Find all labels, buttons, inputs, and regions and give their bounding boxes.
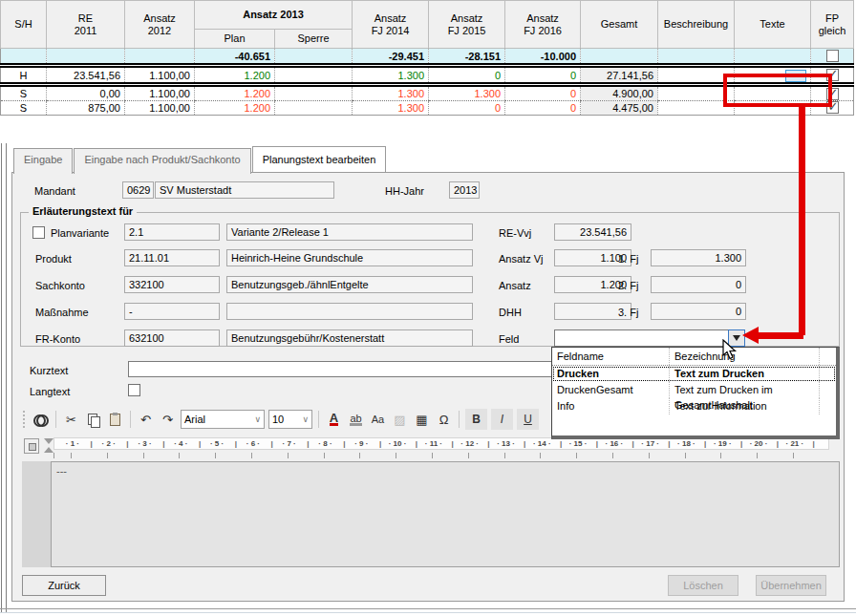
dropdown-header-bezeichnung: Bezeichnung <box>669 348 819 365</box>
produkt-desc-field[interactable]: Heinrich-Heine Grundschule <box>226 249 473 266</box>
redo-button[interactable]: ↷ <box>157 409 179 430</box>
massnahme-code-field[interactable]: - <box>124 303 220 320</box>
fr-konto-code-field[interactable]: 632100 <box>124 329 220 347</box>
first-line-indent-marker[interactable] <box>44 438 54 444</box>
col-header-fj2016[interactable]: AnsatzFJ 2016 <box>505 1 581 49</box>
col-header-gesamt[interactable]: Gesamt <box>581 1 658 49</box>
massnahme-desc-field[interactable] <box>226 303 473 320</box>
summary-fj2015: -28.151 <box>429 49 505 66</box>
editor-selection-margin[interactable] <box>22 461 51 567</box>
undo-button[interactable]: ↶ <box>135 409 157 430</box>
insert-table-button[interactable]: ▦ <box>411 409 433 430</box>
col-header-fp-gleich[interactable]: FPgleich <box>811 1 854 49</box>
paste-button[interactable] <box>104 409 126 430</box>
highlight-button[interactable]: ab <box>345 409 367 430</box>
tab-bar: Eingabe Eingabe nach Produkt/Sachkonto P… <box>13 148 387 174</box>
chevron-down-icon: ∨ <box>296 414 309 424</box>
dropdown-item-drucken[interactable]: Drucken Text zum Drucken <box>552 366 836 382</box>
col-header-beschreibung[interactable]: Beschreibung <box>658 1 735 49</box>
special-char-button[interactable]: Ω <box>433 409 455 430</box>
col-header-plan[interactable]: Plan <box>195 30 275 49</box>
fj2-field[interactable]: 0 <box>651 276 746 293</box>
sachkonto-code-field[interactable]: 332100 <box>124 276 220 293</box>
mandant-code-field[interactable]: 0629 <box>122 181 154 199</box>
ansatz-label: Ansatz <box>499 280 531 291</box>
copy-icon <box>88 414 99 426</box>
fj1-label: 1. Fj <box>618 253 638 265</box>
fj3-field[interactable]: 0 <box>651 303 746 320</box>
feld-combo-input[interactable] <box>554 329 729 347</box>
bold-button[interactable]: B <box>465 409 487 430</box>
hanging-indent-marker[interactable] <box>44 447 54 453</box>
copy-button[interactable] <box>82 409 104 430</box>
produkt-code-field[interactable]: 21.11.01 <box>124 249 220 266</box>
hhjahr-field[interactable]: 2013 <box>449 181 480 199</box>
tab-eingabe[interactable]: Eingabe <box>13 148 73 174</box>
delete-button[interactable]: Löschen <box>668 575 738 596</box>
dropdown-item-druckengesamt[interactable]: DruckenGesamt Text zum Drucken im Gesamt… <box>552 382 836 398</box>
mandant-name-field[interactable]: SV Musterstadt <box>155 181 334 199</box>
fr-konto-desc-field[interactable]: Benutzungsgebühr/Kostenerstatt <box>226 329 473 347</box>
annotation-arrowhead <box>742 327 759 344</box>
re-vvj-field[interactable]: 23.541,56 <box>554 223 631 241</box>
ruler-number: · 13 · <box>488 438 524 449</box>
font-family-select[interactable]: Arial∨ <box>181 410 265 429</box>
fp-gleich-checkbox[interactable] <box>826 50 839 62</box>
tab-stop-selector-button[interactable] <box>24 438 39 454</box>
massnahme-label: Maßnahme <box>35 307 89 318</box>
langtext-checkbox[interactable] <box>128 384 140 396</box>
col-header-sperre[interactable]: Sperre <box>275 30 353 49</box>
col-header-re2011[interactable]: RE2011 <box>47 1 125 49</box>
dropdown-header-row: Feldname Bezeichnung <box>552 348 836 366</box>
hhjahr-label: HH-Jahr <box>385 185 424 197</box>
annotation-arrow-horizontal-line <box>758 332 803 339</box>
insert-image-button[interactable]: ▨ <box>389 409 411 430</box>
planvariante-code-field[interactable]: 2.1 <box>124 223 220 241</box>
tab-planungstext-bearbeiten[interactable]: Planungstext bearbeiten <box>252 146 387 172</box>
italic-button[interactable]: I <box>491 409 513 430</box>
col-header-sh[interactable]: S/H <box>1 1 47 49</box>
langtext-label: Langtext <box>30 386 70 397</box>
font-size-select[interactable]: 10∨ <box>268 410 312 429</box>
langtext-editor[interactable]: --- <box>51 461 840 567</box>
ruler-number: · 1 · <box>54 438 91 449</box>
planvariante-label: Planvariante <box>51 227 109 239</box>
summary-fj2014: -29.451 <box>353 49 429 66</box>
col-header-texte[interactable]: Texte <box>735 1 811 49</box>
vertical-splitter[interactable] <box>1 143 7 613</box>
ruler-number: · 9 · <box>343 438 379 449</box>
toolbar-grip[interactable] <box>23 411 26 428</box>
col-header-ansatz2013[interactable]: Ansatz 2013 <box>195 1 353 30</box>
font-color-icon: A <box>330 414 338 426</box>
back-button[interactable]: Zurück <box>22 575 106 596</box>
toolbar-separator <box>318 411 319 428</box>
ruler-number: · 7 · <box>271 438 308 449</box>
cut-button[interactable]: ✂ <box>60 409 82 430</box>
feld-label: Feld <box>499 333 519 345</box>
tab-eingabe-nach-produkt-sachkonto[interactable]: Eingabe nach Produkt/Sachkonto <box>74 148 250 174</box>
mandant-label: Mandant <box>34 185 75 197</box>
font-color-button[interactable]: A <box>323 409 345 430</box>
dropdown-item-info[interactable]: Info Text zur Information <box>552 398 836 414</box>
find-button[interactable] <box>30 409 52 430</box>
ruler-number: · 10 · <box>379 438 416 449</box>
underline-button[interactable]: U <box>517 409 539 430</box>
window-bottom-border <box>0 608 856 609</box>
clear-format-button[interactable]: Aa <box>367 409 389 430</box>
annotation-arrow-vertical-line <box>799 105 805 335</box>
fr-konto-label: FR-Konto <box>35 333 80 345</box>
summary-fj2016: -10.000 <box>505 49 581 66</box>
fj1-field[interactable]: 1.300 <box>651 249 746 266</box>
apply-button[interactable]: Übernehmen <box>756 575 826 596</box>
planvariante-desc-field[interactable]: Variante 2/Release 1 <box>226 223 473 241</box>
col-header-fj2014[interactable]: AnsatzFJ 2014 <box>353 1 429 49</box>
ruler-number: · 16 · <box>596 438 632 449</box>
col-header-fj2015[interactable]: AnsatzFJ 2015 <box>429 1 505 49</box>
sachkonto-desc-field[interactable]: Benutzungsgeb./ähnlEntgelte <box>226 276 473 293</box>
image-icon: ▨ <box>394 413 405 427</box>
omega-icon: Ω <box>439 413 449 427</box>
toolbar-separator <box>55 411 56 428</box>
col-header-ansatz2012[interactable]: Ansatz2012 <box>125 1 195 49</box>
erlaeuterungstext-groupbox: Erläuterungstext für Planvariante 2.1 Va… <box>20 212 840 347</box>
planvariante-checkbox[interactable] <box>32 226 45 239</box>
